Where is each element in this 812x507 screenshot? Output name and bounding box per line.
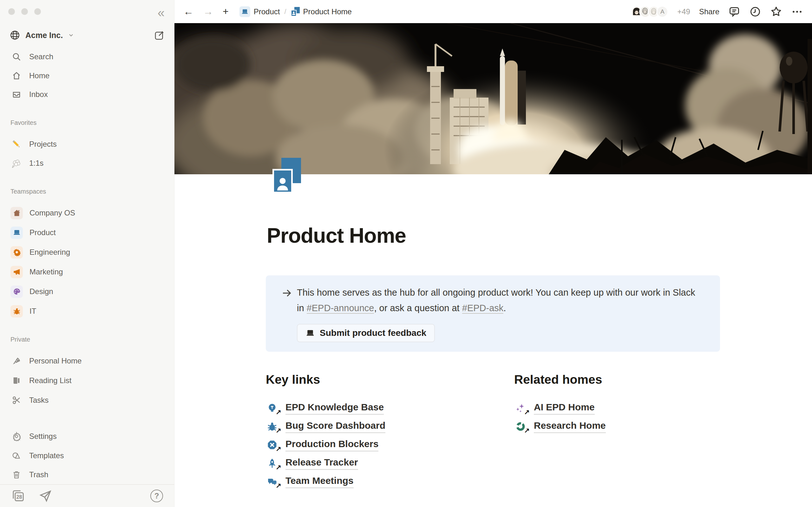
sidebar-item-home[interactable]: Home (0, 67, 174, 84)
person-badge-icon (272, 169, 293, 193)
sidebar-item-label: Settings (29, 432, 57, 441)
link-production-blockers[interactable]: ↗ Production Blockers (266, 437, 378, 453)
new-page-icon[interactable]: + (223, 6, 229, 17)
link-ai-epd-home[interactable]: ↗ AI EPD Home (514, 400, 595, 416)
sparkles-icon: ↗ (514, 402, 527, 414)
slack-link-epd-ask[interactable]: #EPD-ask (462, 303, 504, 314)
sidebar-item-label: Inbox (29, 90, 48, 99)
sidebar-item-product[interactable]: Product (0, 224, 174, 241)
collapse-sidebar-icon[interactable]: « (158, 7, 165, 18)
topbar: ← → + Product / (174, 0, 812, 23)
bug-icon: ↗ (266, 420, 278, 433)
key-links-heading: Key links (266, 373, 320, 387)
sidebar-item-label: Reading List (29, 376, 71, 385)
search-icon (10, 51, 22, 63)
forward-icon[interactable]: → (203, 6, 213, 17)
gear-icon (10, 246, 23, 259)
page-icon[interactable] (272, 158, 302, 193)
breadcrumb: Product / Product Home (240, 6, 352, 17)
megaphone-icon (10, 266, 23, 278)
cover-image (174, 23, 812, 174)
link-release-tracker[interactable]: ↗ Release Tracker (266, 455, 358, 471)
traffic-light-zoom-icon[interactable] (34, 8, 41, 15)
history-clock-icon[interactable] (749, 6, 761, 18)
sidebar-footer: 28 ? (0, 484, 174, 507)
sidebar-item-label: Product (30, 228, 56, 237)
sidebar-item-settings[interactable]: Settings (0, 428, 174, 445)
sidebar-item-it[interactable]: IT (0, 303, 174, 320)
callout-text: This home serves as the hub for all ongo… (297, 285, 703, 316)
more-options-icon[interactable] (791, 6, 803, 18)
rocket-icon: ↗ (266, 457, 278, 469)
sidebar-item-inbox[interactable]: Inbox (0, 86, 174, 103)
palette-icon (10, 285, 23, 298)
compose-icon[interactable] (154, 30, 165, 41)
sidebar-item-reading-list[interactable]: Reading List (0, 372, 174, 389)
sidebar-item-projects[interactable]: Projects (0, 136, 174, 153)
sidebar-item-personal-home[interactable]: Personal Home (0, 353, 174, 369)
slack-link-epd-announce[interactable]: #EPD-announce (307, 303, 374, 314)
sidebar-item-design[interactable]: Design (0, 283, 174, 300)
help-button[interactable]: ? (150, 490, 163, 502)
sidebar-item-marketing[interactable]: Marketing (0, 264, 174, 280)
question-mark-icon: ? (150, 490, 163, 502)
sidebar-item-search[interactable]: Search (0, 49, 174, 65)
workspace-switcher[interactable]: Acme Inc. (0, 27, 174, 43)
laptop-icon (240, 6, 250, 17)
avatar-overflow-count[interactable]: +49 (677, 7, 690, 16)
paper-plane-icon[interactable] (39, 489, 52, 503)
main-content: ← → + Product / (174, 0, 812, 507)
section-label-favorites: Favorites (10, 119, 37, 126)
comments-icon[interactable] (728, 6, 740, 18)
collaborator-avatars[interactable]: A (630, 6, 668, 18)
link-arrow-icon: ↗ (275, 445, 281, 453)
pizza-icon (10, 355, 22, 367)
chat-bubbles-icon: ↗ (266, 475, 278, 488)
sidebar-item-label: Projects (29, 140, 57, 149)
sidebar-item-engineering[interactable]: Engineering (0, 244, 174, 261)
shapes-icon (10, 450, 22, 462)
breadcrumb-item-product[interactable]: Product (240, 6, 280, 17)
inbox-icon (10, 89, 22, 101)
favorite-star-icon[interactable] (770, 6, 782, 18)
page-badge-icon (291, 7, 300, 16)
link-epd-knowledge-base[interactable]: ↗ EPD Knowledge Base (266, 400, 384, 416)
sidebar-item-label: IT (30, 307, 36, 316)
laptop-icon (305, 328, 315, 338)
arrow-right-icon (281, 287, 293, 299)
sidebar-item-1-1s[interactable]: 1:1s (0, 155, 174, 171)
breadcrumb-separator: / (284, 8, 286, 16)
sidebar-item-label: Home (29, 71, 49, 80)
chevron-down-icon (68, 32, 74, 38)
share-button[interactable]: Share (699, 7, 719, 16)
link-arrow-icon: ↗ (275, 482, 281, 490)
link-research-home[interactable]: ↗ Research Home (514, 418, 606, 435)
traffic-light-minimize-icon[interactable] (21, 8, 28, 15)
avatar-letter: A (656, 6, 668, 18)
related-homes-heading: Related homes (514, 373, 602, 387)
svg-text:28: 28 (16, 494, 22, 500)
sidebar-item-tasks[interactable]: Tasks (0, 392, 174, 408)
link-team-meetings[interactable]: ↗ Team Meetings (266, 473, 354, 490)
link-arrow-icon: ↗ (275, 408, 281, 417)
page-title[interactable]: Product Home (267, 223, 406, 247)
link-arrow-icon: ↗ (275, 427, 281, 435)
trash-icon (10, 469, 22, 481)
sidebar-item-label: Trash (29, 470, 48, 479)
octagon-x-icon: ↗ (266, 439, 278, 451)
sidebar-item-templates[interactable]: Templates (0, 447, 174, 464)
scissors-icon (10, 394, 22, 406)
breadcrumb-item-product-home[interactable]: Product Home (291, 7, 352, 16)
submit-product-feedback-button[interactable]: Submit product feedback (297, 324, 435, 342)
callout-block: This home serves as the hub for all ongo… (266, 275, 720, 352)
thought-cloud-icon (10, 157, 22, 169)
calendar-icon[interactable]: 28 (11, 489, 26, 503)
sidebar-item-trash[interactable]: Trash (0, 466, 174, 483)
traffic-light-close-icon[interactable] (8, 8, 15, 15)
back-icon[interactable]: ← (183, 6, 194, 17)
window-controls (8, 8, 41, 15)
sidebar-item-label: Marketing (30, 268, 63, 276)
gear-outline-icon (10, 430, 22, 442)
sidebar-item-company-os[interactable]: Company OS (0, 205, 174, 221)
link-bug-score-dashboard[interactable]: ↗ Bug Score Dashboard (266, 418, 386, 435)
